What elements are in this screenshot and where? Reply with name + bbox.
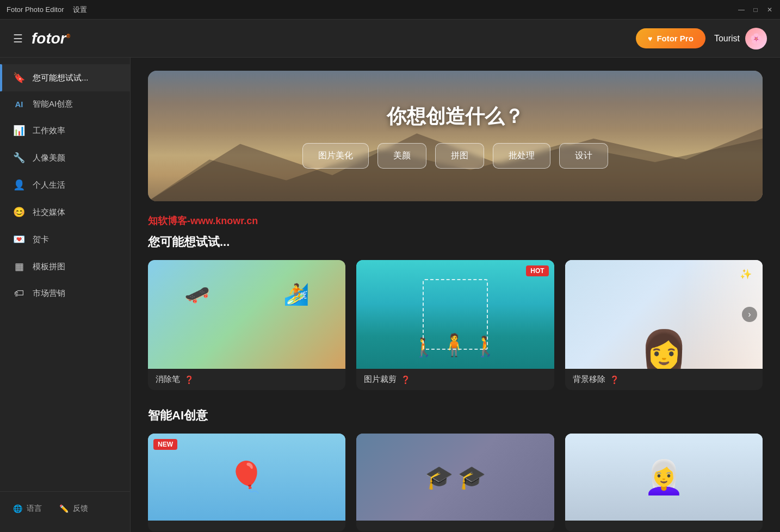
sidebar-item-portrait-label: 人像美颜 — [33, 153, 65, 163]
maximize-button[interactable]: □ — [752, 6, 759, 14]
sidebar-item-personal-label: 个人生活 — [33, 180, 65, 190]
sidebar-item-social[interactable]: 😊 社交媒体 — [0, 199, 130, 226]
title-bar: Fotor Photo Editor 设置 — □ ✕ — [0, 0, 780, 20]
sidebar-bottom: 🌐 语言 ✏️ 反馈 — [0, 491, 130, 525]
user-info[interactable]: Tourist 🌸 — [714, 28, 767, 50]
card-crop-label: 图片裁剪 ❓ — [356, 369, 554, 390]
card-crop[interactable]: 🚶 🧍 🚶 HOT 图片裁剪 ❓ — [356, 260, 554, 390]
sidebar-item-social-label: 社交媒体 — [33, 207, 65, 218]
card-crop-image: 🚶 🧍 🚶 HOT — [356, 260, 554, 369]
hero-banner: 你想创造什么？ 图片美化 美颜 拼图 批处理 设计 — [148, 71, 763, 201]
bookmark-icon: 🔖 — [13, 72, 25, 84]
watermark: 知软博客-www.knowr.cn — [148, 214, 763, 227]
sidebar-item-efficiency-label: 工作效率 — [33, 126, 65, 136]
app-logo: fotor® — [32, 30, 70, 47]
sidebar-bottom-row: 🌐 语言 ✏️ 反馈 — [0, 498, 130, 519]
language-label: 语言 — [27, 504, 42, 514]
globe-icon: 🌐 — [13, 504, 22, 513]
sidebar-item-marketing[interactable]: 🏷 市场营销 — [0, 280, 130, 307]
ai-card-portrait[interactable]: 👩‍🦳 — [565, 434, 763, 531]
user-name: Tourist — [714, 34, 740, 44]
header: ☰ fotor® ♥ Fotor Pro Tourist 🌸 — [0, 20, 780, 58]
chart-icon: 📊 — [13, 125, 25, 137]
sidebar-item-portrait[interactable]: 🔧 人像美颜 — [0, 144, 130, 171]
ai-icon: AI — [13, 100, 25, 109]
sidebar-item-recommended-label: 您可能想试试... — [33, 73, 89, 83]
pro-button-label: Fotor Pro — [657, 34, 694, 43]
logo-text: fotor — [32, 30, 66, 47]
hero-btn-batch[interactable]: 批处理 — [493, 143, 550, 169]
recommended-cards-grid: 🛹 🏄 消除笔 ❓ 🚶 — [148, 260, 763, 390]
hero-btn-collage[interactable]: 拼图 — [435, 143, 484, 169]
greeting-icon: 💌 — [13, 233, 25, 245]
hot-badge: HOT — [526, 265, 548, 276]
card-eraser[interactable]: 🛹 🏄 消除笔 ❓ — [148, 260, 345, 390]
sidebar-item-collage[interactable]: ▦ 模板拼图 — [0, 253, 130, 280]
hero-btn-beauty[interactable]: 图片美化 — [302, 143, 369, 169]
sidebar-item-marketing-label: 市场营销 — [33, 288, 65, 299]
pencil-icon: ✏️ — [59, 504, 69, 513]
hero-buttons: 图片美化 美颜 拼图 批处理 设计 — [302, 143, 608, 169]
ai-section-title: 智能AI创意 — [148, 407, 763, 424]
close-button[interactable]: ✕ — [766, 6, 773, 14]
bg-remove-label-text: 背景移除 — [573, 374, 605, 385]
sidebar-item-recommended[interactable]: 🔖 您可能想试试... — [0, 64, 130, 91]
ai-card-grad[interactable]: 🎓 🎓 — [356, 434, 554, 531]
card-eraser-label: 消除笔 ❓ — [148, 369, 345, 390]
settings-link[interactable]: 设置 — [73, 5, 87, 15]
eraser-info-icon[interactable]: ❓ — [184, 375, 194, 384]
content-area: 你想创造什么？ 图片美化 美颜 拼图 批处理 设计 知软博客-www.knowr… — [131, 58, 780, 532]
language-item[interactable]: 🌐 语言 — [13, 504, 42, 514]
window-controls: — □ ✕ — [738, 6, 773, 14]
ai-card-balloon[interactable]: 🎈 NEW — [148, 434, 345, 531]
crop-label-text: 图片裁剪 — [364, 374, 397, 385]
bg-remove-info-icon[interactable]: ❓ — [610, 375, 619, 384]
minimize-button[interactable]: — — [738, 6, 745, 14]
pro-button[interactable]: ♥ Fotor Pro — [636, 28, 705, 48]
marketing-icon: 🏷 — [13, 288, 25, 299]
social-icon: 😊 — [13, 206, 25, 218]
sidebar-item-greeting-label: 贺卡 — [33, 234, 49, 245]
hamburger-menu[interactable]: ☰ — [13, 32, 23, 45]
eraser-label-text: 消除笔 — [156, 374, 180, 385]
ai-card-grad-label — [356, 521, 554, 531]
ai-card-grad-image: 🎓 🎓 — [356, 434, 554, 521]
crop-frame — [423, 279, 488, 350]
feedback-label: 反馈 — [73, 504, 88, 514]
hero-title: 你想创造什么？ — [387, 103, 524, 130]
main-layout: 🔖 您可能想试试... AI 智能AI创意 📊 工作效率 🔧 人像美颜 👤 个人… — [0, 58, 780, 532]
ai-card-portrait-image: 👩‍🦳 — [565, 434, 763, 521]
next-arrow-icon[interactable]: › — [742, 307, 757, 322]
app-title: Fotor Photo Editor — [7, 5, 64, 14]
ai-card-balloon-image: 🎈 NEW — [148, 434, 345, 521]
recommended-section-title: 您可能想试试... — [148, 234, 763, 250]
collage-icon: ▦ — [13, 261, 25, 273]
card-bg-remove[interactable]: 👩 ✨ › 背景移除 ❓ — [565, 260, 763, 390]
feedback-item[interactable]: ✏️ 反馈 — [59, 504, 88, 514]
card-eraser-image: 🛹 🏄 — [148, 260, 345, 369]
sidebar-item-greeting[interactable]: 💌 贺卡 — [0, 226, 130, 253]
hero-content: 你想创造什么？ 图片美化 美颜 拼图 批处理 设计 — [302, 103, 608, 169]
crop-info-icon[interactable]: ❓ — [401, 375, 410, 384]
sidebar-item-efficiency[interactable]: 📊 工作效率 — [0, 117, 130, 144]
card-bg-remove-image: 👩 ✨ › — [565, 260, 763, 369]
person-icon: 👤 — [13, 179, 25, 191]
ai-cards-grid: 🎈 NEW 🎓 🎓 — [148, 434, 763, 531]
portrait-icon: 🔧 — [13, 152, 25, 164]
logo-dot: ® — [66, 33, 70, 39]
new-badge: NEW — [153, 439, 177, 450]
sidebar: 🔖 您可能想试试... AI 智能AI创意 📊 工作效率 🔧 人像美颜 👤 个人… — [0, 58, 131, 532]
card-bg-remove-label: 背景移除 ❓ — [565, 369, 763, 390]
header-right: ♥ Fotor Pro Tourist 🌸 — [636, 28, 767, 50]
hero-btn-face[interactable]: 美颜 — [377, 143, 426, 169]
sidebar-item-personal[interactable]: 👤 个人生活 — [0, 171, 130, 199]
ai-card-balloon-label — [148, 521, 345, 531]
user-avatar: 🌸 — [745, 28, 767, 50]
ai-card-portrait-label — [565, 521, 763, 531]
hero-btn-design[interactable]: 设计 — [559, 143, 608, 169]
sidebar-item-ai[interactable]: AI 智能AI创意 — [0, 91, 130, 117]
heart-icon: ♥ — [648, 34, 652, 43]
sidebar-item-collage-label: 模板拼图 — [33, 262, 65, 272]
sidebar-item-ai-label: 智能AI创意 — [33, 99, 73, 109]
